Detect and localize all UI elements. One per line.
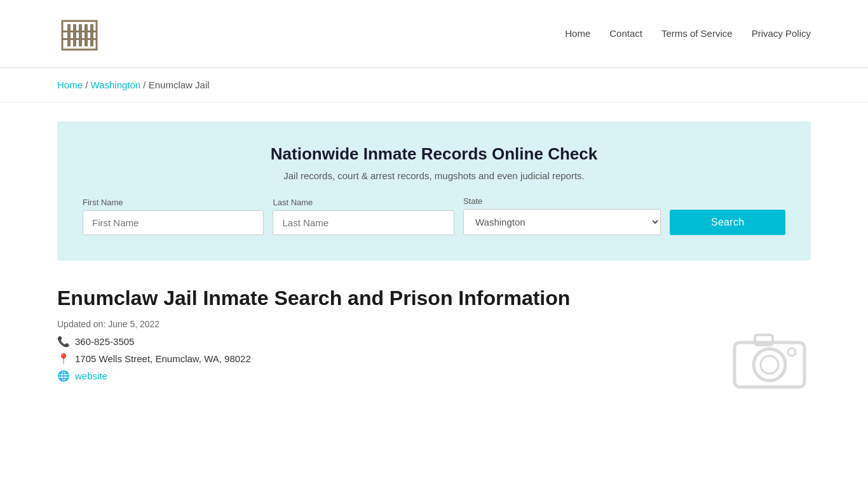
nav-terms[interactable]: Terms of Service — [661, 28, 733, 39]
nav-home[interactable]: Home — [565, 28, 590, 39]
logo[interactable] — [57, 11, 102, 56]
svg-rect-1 — [67, 24, 71, 46]
svg-rect-3 — [79, 24, 82, 46]
page-title: Enumclaw Jail Inmate Search and Prison I… — [57, 286, 811, 310]
state-group: State AlabamaAlaskaArizonaArkansasCalifo… — [463, 196, 661, 235]
phone-icon: 📞 — [57, 336, 70, 348]
svg-point-12 — [788, 348, 796, 356]
first-name-input[interactable] — [83, 210, 264, 235]
site-header: Home Contact Terms of Service Privacy Po… — [0, 0, 868, 68]
main-nav: Home Contact Terms of Service Privacy Po… — [565, 28, 811, 39]
logo-icon — [57, 11, 102, 56]
website-item: 🌐 website — [57, 370, 811, 382]
globe-icon: 🌐 — [57, 370, 70, 382]
last-name-group: Last Name — [273, 198, 454, 235]
breadcrumb-state[interactable]: Washington — [91, 79, 141, 90]
nav-privacy[interactable]: Privacy Policy — [752, 28, 811, 39]
main-content: Enumclaw Jail Inmate Search and Prison I… — [0, 280, 868, 412]
nav-contact[interactable]: Contact — [609, 28, 642, 39]
first-name-group: First Name — [83, 198, 264, 235]
breadcrumb-current: Enumclaw Jail — [149, 79, 210, 90]
banner-title: Nationwide Inmate Records Online Check — [83, 144, 785, 164]
first-name-label: First Name — [83, 198, 264, 207]
breadcrumb-sep2: / — [143, 79, 148, 90]
state-label: State — [463, 196, 661, 206]
svg-rect-4 — [85, 24, 88, 46]
banner-subtitle: Jail records, court & arrest records, mu… — [83, 170, 785, 181]
camera-icon — [728, 323, 811, 393]
svg-rect-6 — [62, 30, 97, 32]
state-select[interactable]: AlabamaAlaskaArizonaArkansasCaliforniaCo… — [463, 209, 661, 235]
updated-date: Updated on: June 5, 2022 — [57, 319, 811, 329]
phone-number: 360-825-3505 — [75, 336, 134, 347]
last-name-label: Last Name — [273, 198, 454, 207]
svg-point-9 — [754, 349, 785, 381]
svg-rect-7 — [62, 38, 97, 40]
address-item: 📍 1705 Wells Street, Enumclaw, WA, 98022 — [57, 353, 811, 365]
phone-item: 📞 360-825-3505 — [57, 336, 811, 348]
breadcrumb-sep1: / — [85, 79, 90, 90]
breadcrumb: Home / Washington / Enumclaw Jail — [0, 68, 868, 102]
location-icon: 📍 — [57, 353, 70, 365]
image-placeholder — [728, 323, 811, 393]
breadcrumb-home[interactable]: Home — [57, 79, 83, 90]
address-text: 1705 Wells Street, Enumclaw, WA, 98022 — [75, 353, 251, 364]
svg-point-10 — [761, 356, 778, 374]
website-link[interactable]: website — [75, 370, 107, 381]
svg-rect-2 — [73, 24, 76, 46]
last-name-input[interactable] — [273, 210, 454, 235]
search-btn-wrapper: Search — [670, 210, 785, 235]
svg-rect-5 — [90, 24, 93, 46]
search-banner: Nationwide Inmate Records Online Check J… — [57, 121, 811, 261]
search-form: First Name Last Name State AlabamaAlaska… — [83, 196, 785, 235]
search-button[interactable]: Search — [670, 210, 785, 235]
